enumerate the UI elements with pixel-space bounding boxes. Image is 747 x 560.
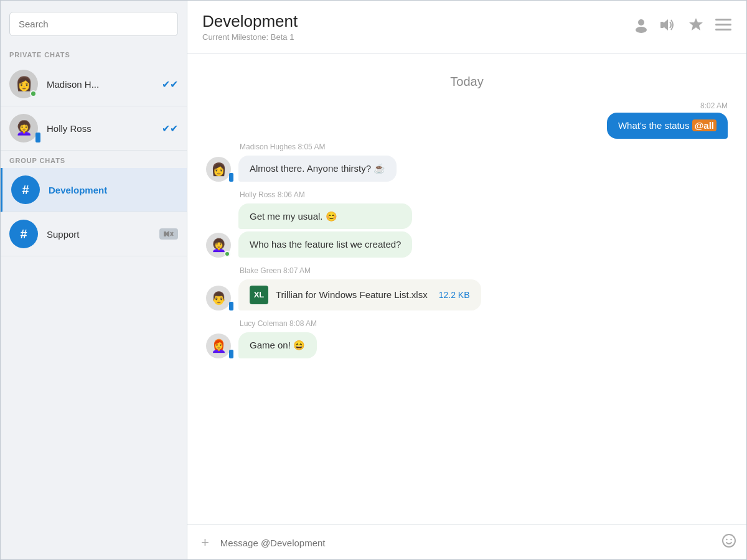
support-avatar: #: [9, 220, 38, 248]
madison-msg-time: 8:05 AM: [298, 142, 325, 151]
emoji-button[interactable]: [721, 533, 736, 552]
lucy-msg-group: Lucy Coleman 8:08 AM Game on! 😄: [238, 319, 317, 358]
holly-device-icon: [35, 133, 40, 142]
own-message-bubble: What's the status @all: [607, 113, 728, 139]
blake-file-size: 12.2 KB: [439, 289, 470, 301]
dev-avatar: #: [11, 175, 40, 204]
private-chats-label: PRIVATE CHATS: [1, 45, 187, 62]
svg-rect-7: [715, 19, 731, 21]
sidebar-item-holly[interactable]: 👩‍🦱 Holly Ross ✔✔: [1, 106, 187, 151]
holly-avatar: 👩‍🦱: [9, 114, 38, 142]
svg-rect-5: [660, 22, 664, 28]
chat-subtitle: Current Milestone: Beta 1: [202, 32, 633, 42]
blake-msg-wrap: 👨 Blake Green 8:07 AM XL Trillian for Wi…: [206, 266, 728, 310]
own-message-time: 8:02 AM: [700, 101, 728, 110]
blake-msg-time: 8:07 AM: [283, 266, 311, 275]
holly-msg-bubble-1: Get me my usual. 😊: [238, 203, 412, 230]
lucy-msg-bubble: Game on! 😄: [238, 332, 317, 358]
svg-point-10: [723, 534, 735, 547]
sidebar-item-support[interactable]: # Support: [1, 212, 187, 256]
madison-double-check-icon: ✔✔: [162, 78, 178, 90]
messages-area: Today 8:02 AM What's the status @all 👩 M…: [187, 54, 746, 524]
search-input[interactable]: [9, 12, 178, 36]
svg-rect-8: [715, 24, 731, 26]
svg-rect-0: [164, 231, 166, 236]
add-attachment-button[interactable]: +: [197, 536, 213, 549]
own-message-text: What's the status: [618, 120, 692, 131]
excel-icon: XL: [250, 286, 268, 304]
sidebar: PRIVATE CHATS 👩 Madison H... ✔✔ 👩‍🦱 Holl…: [1, 1, 187, 560]
blake-msg-avatar: 👨: [206, 286, 231, 310]
lucy-msg-time: 8:08 AM: [289, 319, 317, 328]
holly-msg-group: Holly Ross 8:06 AM Get me my usual. 😊 Wh…: [238, 190, 412, 258]
dev-avatar-wrap: #: [11, 175, 40, 204]
profile-icon[interactable]: [633, 17, 649, 37]
support-avatar-wrap: #: [9, 220, 38, 248]
holly-avatar-wrap: 👩‍🦱: [9, 114, 38, 142]
blake-msg-device-icon: [229, 302, 233, 310]
madison-msg-bubble: Almost there. Anyone thirsty? ☕: [238, 156, 397, 182]
holly-msg-avatar: 👩‍🦱: [206, 233, 231, 258]
svg-marker-6: [689, 18, 703, 30]
support-name: Support: [47, 229, 159, 240]
holly-msg-time: 8:06 AM: [278, 190, 305, 199]
group-chats-label: GROUP CHATS: [1, 151, 187, 168]
lucy-msg-wrap: 👩‍🦰 Lucy Coleman 8:08 AM Game on! 😄: [206, 319, 728, 358]
svg-rect-9: [715, 29, 731, 30]
sidebar-item-development[interactable]: # Development: [1, 168, 187, 212]
madison-avatar-wrap: 👩: [9, 70, 38, 98]
header-actions: [633, 17, 731, 37]
input-area: +: [187, 524, 746, 560]
blake-msg-group: Blake Green 8:07 AM XL Trillian for Wind…: [238, 266, 481, 310]
own-message-mention: @all: [692, 119, 716, 131]
blake-sender-line: Blake Green 8:07 AM: [240, 266, 481, 275]
blake-msg-bubble: XL Trillian for Windows Feature List.xls…: [238, 279, 481, 310]
holly-msg-wrap: 👩‍🦱 Holly Ross 8:06 AM Get me my usual. …: [206, 190, 728, 258]
blake-file-name: Trillian for Windows Feature List.xlsx: [276, 288, 428, 302]
madison-online-dot: [30, 90, 37, 97]
holly-msg-bubble-2: Who has the feature list we created?: [238, 231, 412, 258]
lucy-sender-line: Lucy Coleman 8:08 AM: [240, 319, 317, 328]
svg-point-11: [726, 539, 727, 540]
sound-icon[interactable]: [660, 18, 677, 35]
holly-msg-online-dot: [224, 251, 230, 257]
holly-double-check-icon: ✔✔: [162, 123, 178, 134]
chat-header: Development Current Milestone: Beta 1: [187, 1, 746, 54]
madison-msg-device-icon: [229, 173, 233, 182]
madison-sender-line: Madison Hughes 8:05 AM: [240, 142, 397, 151]
menu-icon[interactable]: [715, 19, 731, 35]
lucy-msg-avatar: 👩‍🦰: [206, 334, 231, 358]
chat-header-info: Development Current Milestone: Beta 1: [202, 12, 633, 42]
chat-title: Development: [202, 12, 633, 31]
support-muted-icon: [159, 228, 178, 240]
sidebar-item-madison[interactable]: 👩 Madison H... ✔✔: [1, 62, 187, 106]
svg-point-4: [636, 27, 647, 33]
message-input[interactable]: [220, 538, 714, 548]
madison-name: Madison H...: [47, 79, 158, 90]
madison-msg-avatar: 👩: [206, 157, 231, 182]
holly-sender-line: Holly Ross 8:06 AM: [240, 190, 412, 199]
dev-name: Development: [49, 185, 178, 195]
star-icon[interactable]: [688, 17, 704, 37]
search-container: [1, 1, 187, 45]
own-message-row: 8:02 AM What's the status @all: [206, 101, 728, 139]
day-divider: Today: [206, 75, 728, 89]
lucy-msg-device-icon: [229, 350, 233, 358]
madison-msg-group: Madison Hughes 8:05 AM Almost there. Any…: [238, 142, 397, 182]
madison-msg-wrap: 👩 Madison Hughes 8:05 AM Almost there. A…: [206, 142, 728, 182]
svg-point-12: [730, 539, 731, 540]
holly-name: Holly Ross: [47, 123, 158, 134]
svg-point-3: [638, 19, 644, 26]
main-chat: Development Current Milestone: Beta 1: [187, 1, 746, 560]
